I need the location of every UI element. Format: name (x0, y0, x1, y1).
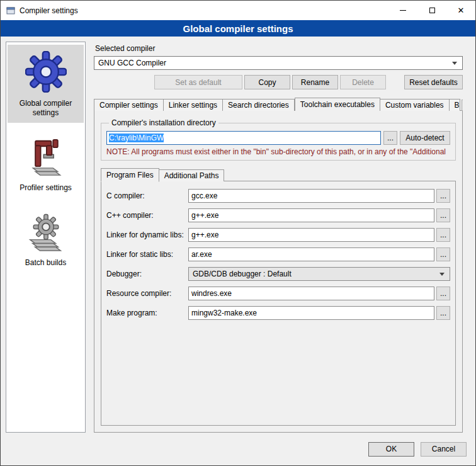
settings-sidebar: Global compiler settings (6, 42, 86, 433)
sidebar-item-global-compiler-settings[interactable]: Global compiler settings (8, 45, 84, 123)
program-files-tabstrip: Program Files Additional Paths (101, 168, 456, 181)
dialog-footer: OK Cancel (1, 438, 475, 465)
field-row-c-compiler: C compiler: gcc.exe ... (106, 189, 450, 203)
cpp-compiler-browse-button[interactable]: ... (436, 208, 450, 222)
tab-linker-settings[interactable]: Linker settings (164, 99, 223, 111)
maximize-button[interactable] (417, 1, 446, 20)
resource-compiler-browse-button[interactable]: ... (436, 287, 450, 300)
dynamic-linker-input[interactable]: g++.exe (188, 228, 434, 242)
program-files-panel: C compiler: gcc.exe ... C++ compiler: g+… (101, 181, 456, 426)
installation-directory-browse-button[interactable]: ... (383, 131, 397, 145)
subtab-program-files[interactable]: Program Files (101, 168, 159, 182)
chevron-down-icon (439, 273, 445, 276)
field-row-make-program: Make program: mingw32-make.exe ... (106, 306, 450, 320)
selected-compiler-label: Selected compiler (95, 44, 463, 53)
titlebar: Compiler settings ✕ (1, 1, 475, 20)
field-label: Linker for dynamic libs: (106, 230, 188, 239)
dialog-header: Global compiler settings (1, 20, 475, 37)
close-button[interactable]: ✕ (446, 1, 475, 20)
field-value: gcc.exe (191, 191, 217, 200)
sidebar-item-batch-builds[interactable]: Batch builds (8, 207, 84, 273)
debugger-dropdown[interactable]: GDB/CDB debugger : Default (188, 267, 450, 281)
sidebar-item-label: Profiler settings (20, 183, 72, 193)
c-compiler-browse-button[interactable]: ... (436, 189, 450, 203)
blue-gear-icon (25, 51, 67, 93)
close-icon: ✕ (458, 6, 465, 14)
delete-button[interactable]: Delete (340, 75, 386, 89)
copy-button[interactable]: Copy (244, 75, 290, 89)
window-title: Compiler settings (20, 6, 78, 15)
field-label: C++ compiler: (106, 211, 188, 220)
tab-search-directories[interactable]: Search directories (223, 99, 295, 111)
c-compiler-input[interactable]: gcc.exe (188, 189, 434, 203)
cancel-button[interactable]: Cancel (421, 442, 467, 457)
minimize-icon (400, 10, 406, 11)
field-value: ar.exe (191, 250, 212, 259)
tab-compiler-settings[interactable]: Compiler settings (94, 99, 164, 111)
installation-directory-group: Compiler's installation directory C:\ray… (101, 118, 456, 161)
field-value: windres.exe (191, 289, 232, 298)
app-icon (6, 6, 16, 16)
field-value: g++.exe (191, 230, 218, 239)
cpp-compiler-input[interactable]: g++.exe (188, 208, 434, 222)
tab-custom-variables[interactable]: Custom variables (380, 99, 450, 111)
field-value: g++.exe (191, 211, 218, 220)
compiler-buttons-row: Set as default Copy Rename Delete Reset … (94, 75, 463, 89)
main-panel: Selected compiler GNU GCC Compiler Set a… (93, 42, 470, 433)
ok-button[interactable]: OK (368, 442, 414, 457)
window-controls: ✕ (388, 1, 475, 20)
field-label: Debugger: (106, 270, 188, 278)
selected-compiler-dropdown[interactable]: GNU GCC Compiler (94, 56, 463, 70)
field-row-cpp-compiler: C++ compiler: g++.exe ... (106, 208, 450, 222)
field-label: Linker for static libs: (106, 250, 188, 259)
gray-gear-stack-icon (26, 213, 65, 252)
sidebar-item-label: Global compiler settings (9, 99, 82, 118)
compiler-settings-window: Compiler settings ✕ Global compiler sett… (0, 0, 476, 466)
tab-scroll-left-button[interactable]: ◄ (462, 99, 463, 111)
field-value: GDB/CDB debugger : Default (193, 270, 292, 278)
field-label: Make program: (106, 309, 188, 317)
tab-build-options[interactable]: Buil (450, 99, 460, 111)
field-row-resource-compiler: Resource compiler: windres.exe ... (106, 287, 450, 300)
selected-compiler-value: GNU GCC Compiler (98, 59, 166, 67)
installation-directory-note: NOTE: All programs must exist either in … (106, 147, 450, 156)
maximize-icon (429, 8, 435, 13)
dynamic-linker-browse-button[interactable]: ... (436, 228, 450, 242)
installation-directory-legend: Compiler's installation directory (109, 118, 218, 127)
field-row-debugger: Debugger: GDB/CDB debugger : Default (106, 267, 450, 281)
installation-directory-row: C:\raylib\MinGW ... Auto-detect (106, 131, 450, 145)
make-program-input[interactable]: mingw32-make.exe (188, 306, 434, 320)
clamp-tool-icon (27, 138, 65, 177)
auto-detect-button[interactable]: Auto-detect (400, 131, 450, 145)
field-label: C compiler: (106, 191, 188, 200)
rename-button[interactable]: Rename (292, 75, 338, 89)
tab-scrollers: ◄ ► (460, 99, 463, 111)
field-row-static-linker: Linker for static libs: ar.exe ... (106, 247, 450, 261)
field-label: Resource compiler: (106, 289, 188, 298)
field-value: mingw32-make.exe (191, 309, 257, 317)
dialog-body: Global compiler settings (1, 37, 475, 438)
reset-defaults-button[interactable]: Reset defaults (404, 75, 463, 89)
static-linker-input[interactable]: ar.exe (188, 247, 434, 261)
toolchain-executables-panel: Compiler's installation directory C:\ray… (94, 110, 463, 433)
chevron-down-icon (452, 62, 457, 65)
field-row-dynamic-linker: Linker for dynamic libs: g++.exe ... (106, 228, 450, 242)
make-program-browse-button[interactable]: ... (436, 306, 450, 320)
installation-directory-value: C:\raylib\MinGW (109, 134, 164, 142)
sidebar-item-profiler-settings[interactable]: Profiler settings (8, 132, 84, 198)
tab-toolchain-executables[interactable]: Toolchain executables (295, 98, 380, 111)
resource-compiler-input[interactable]: windres.exe (188, 287, 434, 300)
installation-directory-input[interactable]: C:\raylib\MinGW (106, 131, 381, 145)
set-as-default-button[interactable]: Set as default (154, 75, 242, 89)
subtab-additional-paths[interactable]: Additional Paths (159, 169, 225, 181)
sidebar-item-label: Batch builds (25, 258, 66, 268)
static-linker-browse-button[interactable]: ... (436, 247, 450, 261)
minimize-button[interactable] (388, 1, 417, 20)
settings-tabstrip: Compiler settings Linker settings Search… (94, 98, 463, 111)
